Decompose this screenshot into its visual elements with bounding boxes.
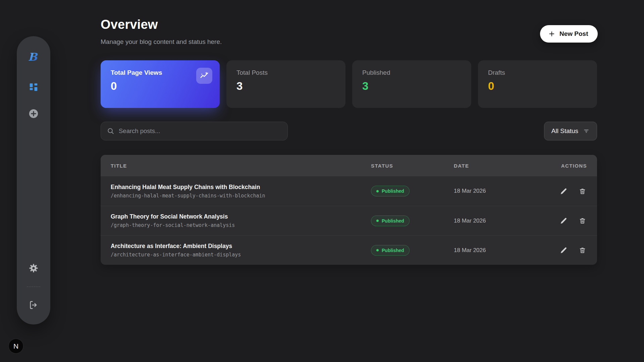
status-badge: Published	[371, 245, 410, 256]
page-subtitle: Manage your blog content and status here…	[101, 38, 222, 46]
logout-icon	[29, 300, 38, 310]
sidebar-item-logout[interactable]	[25, 296, 42, 314]
stat-value: 0	[111, 80, 210, 93]
stat-card-total-page-views[interactable]: Total Page Views 0	[101, 60, 220, 108]
table-header-row: TITLE STATUS DATE ACTIONS	[101, 155, 597, 176]
edit-post-button[interactable]	[558, 215, 569, 227]
post-title: Architecture as Interface: Ambient Displ…	[111, 243, 371, 250]
add-post-circle-icon	[29, 109, 39, 119]
delete-post-button[interactable]	[577, 245, 588, 256]
dashboard-grid-icon	[29, 82, 39, 92]
delete-post-button[interactable]	[577, 185, 588, 197]
sidebar-item-dashboard[interactable]	[25, 78, 42, 96]
status-dot-icon	[376, 190, 379, 192]
edit-pencil-icon	[560, 188, 567, 195]
stat-label: Published	[362, 69, 461, 76]
post-title-cell: Graph Theory for Social Network Analysis…	[111, 213, 371, 228]
stat-card-drafts[interactable]: Drafts 0	[478, 60, 597, 108]
table-row[interactable]: Architecture as Interface: Ambient Displ…	[101, 235, 597, 265]
status-filter-label: All Status	[551, 127, 578, 135]
stat-icon-box	[196, 68, 212, 84]
delete-trash-icon	[579, 247, 586, 254]
brand-logo[interactable]: B	[25, 48, 42, 66]
delete-trash-icon	[579, 188, 586, 195]
stat-label: Total Page Views	[111, 69, 210, 76]
search-input[interactable]	[119, 127, 281, 135]
stats-row: Total Page Views 0 Total Posts 3 Publish…	[101, 60, 597, 108]
column-header-status: STATUS	[371, 163, 454, 169]
stat-label: Drafts	[488, 69, 587, 76]
search-box	[101, 122, 288, 140]
sidebar: B	[17, 36, 50, 324]
post-slug: /enhancing-halal-meat-supply-chains-with…	[111, 193, 371, 199]
status-label: Published	[382, 248, 404, 253]
row-actions	[558, 185, 588, 197]
settings-gear-icon	[28, 263, 39, 274]
trend-sparkline-icon	[200, 71, 209, 80]
filter-lines-icon	[583, 128, 590, 134]
status-label: Published	[382, 188, 404, 194]
delete-post-button[interactable]	[577, 215, 588, 227]
sidebar-item-new-post[interactable]	[25, 105, 42, 122]
post-title-cell: Enhancing Halal Meat Supply Chains with …	[111, 184, 371, 199]
user-avatar[interactable]: N	[9, 339, 23, 353]
posts-table: TITLE STATUS DATE ACTIONS Enhancing Hala…	[101, 155, 597, 265]
new-post-button[interactable]: New Post	[540, 25, 598, 43]
page-title: Overview	[101, 17, 158, 32]
delete-trash-icon	[579, 217, 586, 224]
post-slug: /graph-theory-for-social-network-analysi…	[111, 222, 371, 228]
edit-post-button[interactable]	[558, 185, 569, 197]
stat-card-published[interactable]: Published 3	[352, 60, 471, 108]
stat-value: 3	[236, 80, 335, 93]
table-row[interactable]: Enhancing Halal Meat Supply Chains with …	[101, 176, 597, 206]
column-header-title: TITLE	[111, 163, 371, 169]
row-actions	[558, 215, 588, 227]
svg-text:B: B	[28, 51, 38, 63]
avatar-initial: N	[13, 342, 18, 350]
row-actions	[558, 245, 588, 256]
status-dot-icon	[376, 249, 379, 251]
status-dot-icon	[376, 220, 379, 222]
status-badge: Published	[371, 216, 410, 226]
post-title: Enhancing Halal Meat Supply Chains with …	[111, 184, 371, 191]
sidebar-item-settings[interactable]	[25, 259, 42, 277]
search-icon	[107, 127, 114, 135]
post-title-cell: Architecture as Interface: Ambient Displ…	[111, 243, 371, 258]
table-row[interactable]: Graph Theory for Social Network Analysis…	[101, 206, 597, 235]
stat-label: Total Posts	[236, 69, 335, 76]
column-header-date: DATE	[454, 163, 558, 169]
post-date: 18 Mar 2026	[454, 247, 558, 254]
plus-icon	[548, 30, 555, 38]
column-header-actions: ACTIONS	[558, 163, 587, 169]
status-badge: Published	[371, 186, 410, 196]
post-slug: /architecture-as-interface-ambient-displ…	[111, 252, 371, 258]
edit-post-button[interactable]	[558, 245, 569, 256]
post-title: Graph Theory for Social Network Analysis	[111, 213, 371, 220]
stat-value: 0	[488, 80, 587, 93]
stat-value: 3	[362, 80, 461, 93]
edit-pencil-icon	[560, 217, 567, 224]
stat-card-total-posts[interactable]: Total Posts 3	[226, 60, 345, 108]
new-post-label: New Post	[559, 30, 588, 38]
edit-pencil-icon	[560, 247, 567, 254]
status-label: Published	[382, 218, 404, 224]
status-filter-dropdown[interactable]: All Status	[544, 122, 597, 140]
post-date: 18 Mar 2026	[454, 218, 558, 224]
post-date: 18 Mar 2026	[454, 188, 558, 194]
sidebar-divider	[27, 287, 40, 287]
brand-logo-b-icon: B	[26, 50, 41, 64]
